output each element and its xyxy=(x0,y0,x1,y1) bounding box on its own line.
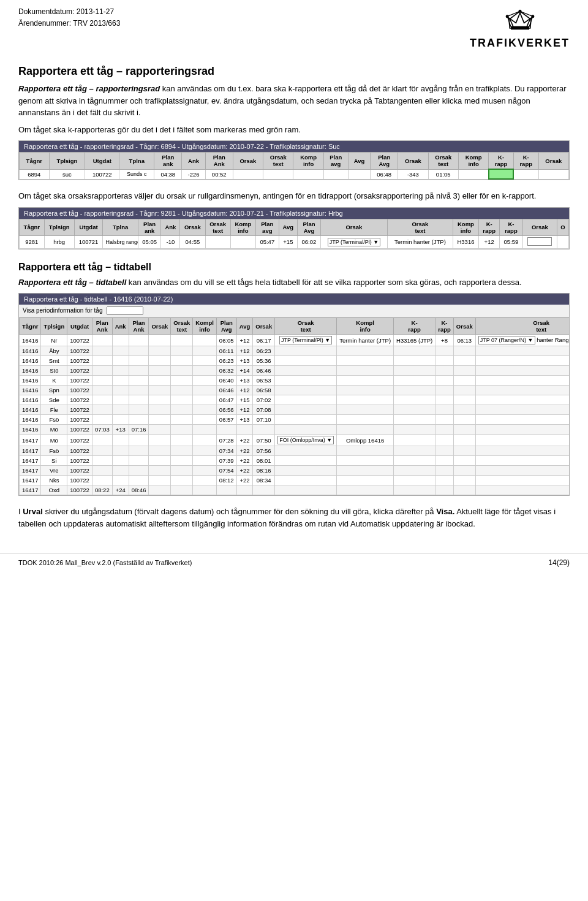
cell-tplna: Sunds c xyxy=(119,169,154,179)
th-komp-info: Kompinfo xyxy=(293,153,323,170)
th-plan-ank2: PlanAnk xyxy=(205,153,233,170)
cell2-tplna: Halsbrg rangel xyxy=(103,235,138,248)
cell-k-rapp-green xyxy=(489,169,514,179)
cell-utgdat: 100722 xyxy=(85,169,119,179)
filter-label: Visa periodinformation för tåg xyxy=(23,307,102,314)
urval-bold: Urval xyxy=(23,507,43,516)
cell-orsak3 xyxy=(538,169,568,179)
th3-tplsign: Tplsign xyxy=(41,318,67,335)
table-row: 16416Åby100722 06:11+1206:23 xyxy=(20,346,570,356)
th-taagnr: Tågnr xyxy=(20,153,50,170)
cell-taagnr: 6894 xyxy=(20,169,50,179)
table-row: 9281 hrbg 100721 Halsbrg rangel 05:05 -1… xyxy=(20,235,569,248)
cell2-avg: +15 xyxy=(279,235,298,248)
page-footer: TDOK 2010:26 Mall_Brev v.2.0 (Fastställd… xyxy=(0,553,588,572)
table-row: 16417Nks100722 08:12+2208:34 xyxy=(20,476,570,485)
cell2-tplsign: hrbg xyxy=(44,235,74,248)
th3-komp-info2: Komplinfo xyxy=(337,318,394,335)
table-row: 16416Sde100722 06:47+1507:02 xyxy=(20,395,570,405)
cell2-ank: -10 xyxy=(161,235,180,248)
logo-area: TRAFIKVERKET xyxy=(470,6,570,50)
cell-plan-avg xyxy=(323,169,348,179)
table2-header-row: Tågnr Tplsign Utgdat Tplna Planank Ank O… xyxy=(20,219,569,235)
crown-icon xyxy=(505,6,535,37)
case-label: Ärendenummer: xyxy=(18,19,71,28)
th2-o: O xyxy=(557,219,568,235)
main-content: Rapportera ett tåg – rapporteringsrad Ra… xyxy=(0,53,588,547)
th3-komp-info: Komplinfo xyxy=(193,318,217,335)
th3-plan-avg: PlanAvg xyxy=(216,318,236,335)
table-row: 16417Fsö100722 07:34+2207:56 xyxy=(20,446,570,456)
th-avg: Avg xyxy=(348,153,371,170)
table-row: 16416Spn100722 06:46+1206:58 xyxy=(20,386,570,395)
cell-plan-avg2: 06:48 xyxy=(371,169,398,179)
table-row: 16416Stö100722 06:32+1406:46 xyxy=(20,366,570,376)
table1-header-row: Tågnr Tplsign Utgdat Tplna Planank Ank P… xyxy=(20,153,569,170)
orsak-select[interactable]: JTP (Terminal/Pl) ▼ xyxy=(328,238,380,246)
urval-paragraph: I Urval skriver du utgångsdatum (förvalt… xyxy=(18,506,570,530)
cell2-utgdat: 100721 xyxy=(74,235,103,248)
case-number-line: Ärendenummer: TRV 2013/663 xyxy=(18,18,120,29)
cell-tplsign: suc xyxy=(49,169,85,179)
urval-text2: skriver du utgångsdatum (förvalt dagens … xyxy=(43,507,436,516)
screenshot1-container: Rapportera ett tåg - rapporteringsrad - … xyxy=(18,140,570,180)
th2-plan-avg: Planavg xyxy=(256,219,279,235)
cell2-k-rapp: +12 xyxy=(479,235,500,248)
doc-date-line: Dokumentdatum: 2013-11-27 xyxy=(18,6,120,18)
k-rapp-select[interactable]: JTP 07 (Ranger/N) ▼ xyxy=(478,336,535,344)
cell2-orsak2: JTP (Terminal/Pl) ▼ xyxy=(320,235,387,248)
cell-plan-ank: 04:38 xyxy=(154,169,182,179)
th2-plan-avg2: PlanAvg xyxy=(298,219,321,235)
cell2-komp-info xyxy=(230,235,255,248)
filter-input[interactable] xyxy=(107,306,143,315)
th3-avg: Avg xyxy=(236,318,253,335)
th-orsak3: Orsak xyxy=(538,153,568,170)
section1-intro: Rapportera ett tåg – rapporteringsrad ka… xyxy=(18,83,570,119)
cell2-orsak-text xyxy=(205,235,230,248)
cell-orsak-text xyxy=(263,169,293,179)
screenshot1-bar: Rapportera ett tåg - rapporteringsrad - … xyxy=(19,141,569,152)
th-plan-avg: Planavg xyxy=(323,153,348,170)
th-orsak-text: Orsaktext xyxy=(263,153,293,170)
th-plan-ank: Planank xyxy=(154,153,182,170)
cell-plan-ank2: 00:52 xyxy=(205,169,233,179)
header-meta: Dokumentdatum: 2013-11-27 Ärendenummer: … xyxy=(18,6,120,29)
th-k-rapp: K-rapp xyxy=(489,153,514,170)
footer-doc-ref: TDOK 2010:26 Mall_Brev v.2.0 (Fastställd… xyxy=(18,559,192,566)
filter-bar: Visa periodinformation för tåg xyxy=(19,305,569,317)
section1-subtext: Om tåget ska k-rapporteras gör du det i … xyxy=(18,124,570,136)
th3-orsak: Orsak xyxy=(149,318,171,335)
th2-avg: Avg xyxy=(279,219,298,235)
cell2-plan-avg2: 06:02 xyxy=(298,235,321,248)
th-orsak: Orsak xyxy=(233,153,263,170)
section1-heading: Rapportera ett tåg – rapporteringsrad xyxy=(18,65,570,78)
cell-ank: -226 xyxy=(182,169,205,179)
cell2-orsak: 04:55 xyxy=(180,235,205,248)
th3-k-rapp: K-rapp xyxy=(394,318,435,335)
th2-k-rapp2: K-rapp xyxy=(500,219,523,235)
th2-k-rapp: K-rapp xyxy=(479,219,500,235)
section1-intro-italic: Rapportera ett tåg – rapporteringsrad xyxy=(18,84,160,93)
th3-plan-ank2: PlanAnk xyxy=(129,318,149,335)
screenshot2-container: Rapportera ett tåg - rapporteringsrad - … xyxy=(18,207,570,249)
table-row: 16416Fsö100722 06:57+1307:10 xyxy=(20,415,570,425)
screenshot3-container: Rapportera ett tåg - tidtabell - 16416 (… xyxy=(18,293,570,496)
table-row: 16416 Nr 100722 06:05 +12 06:17 JTP (Ter… xyxy=(20,335,570,346)
screenshot3-bar: Rapportera ett tåg - tidtabell - 16416 (… xyxy=(19,294,569,305)
table1: Tågnr Tplsign Utgdat Tplna Planank Ank P… xyxy=(19,152,569,180)
th-tplsign: Tplsign xyxy=(49,153,85,170)
doc-date-label: Dokumentdatum: xyxy=(18,7,74,16)
section2-intro: Rapportera ett tåg – tidtabell kan använ… xyxy=(18,276,570,289)
orsak-select[interactable]: JTP (Terminal/Pl) ▼ xyxy=(279,336,332,344)
table-row: 16417Mö100722 07:28+2207:50 FOI (Omlopp/… xyxy=(20,435,570,446)
table-row: 16416K100722 06:40+1306:53 xyxy=(20,376,570,386)
th2-plan-ank: Planank xyxy=(138,219,161,235)
foi-select[interactable]: FOI (Omlopp/Inva) ▼ xyxy=(277,436,334,444)
table3-header-row: Tågnr Tplsign Utgdat PlanAnk Ank PlanAnk… xyxy=(20,318,570,335)
cell-komp-info xyxy=(293,169,323,179)
table2: Tågnr Tplsign Utgdat Tplna Planank Ank O… xyxy=(19,219,569,249)
table-row: 6894 suc 100722 Sunds c 04:38 -226 00:52… xyxy=(20,169,569,179)
th3-ank: Ank xyxy=(112,318,129,335)
logo-text: TRAFIKVERKET xyxy=(470,37,570,50)
k-rapp-input[interactable] xyxy=(527,237,552,246)
